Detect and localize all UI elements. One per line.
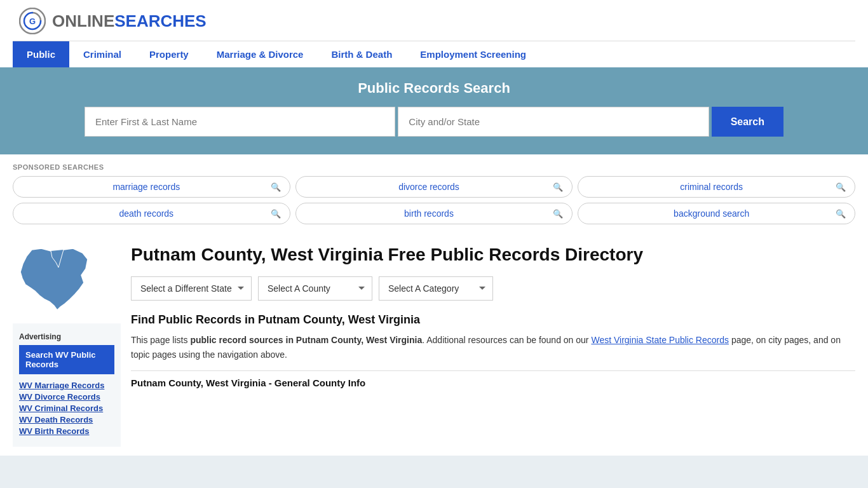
hero-section: Public Records Search Search bbox=[0, 67, 868, 154]
nav-item-marriage-divorce[interactable]: Marriage & Divorce bbox=[203, 41, 318, 67]
sponsored-item-birth[interactable]: birth records 🔍 bbox=[295, 203, 573, 224]
search-icon-birth: 🔍 bbox=[553, 209, 563, 219]
sponsored-item-marriage[interactable]: marriage records 🔍 bbox=[13, 176, 290, 198]
header: G ONLINE SEARCHES Public Criminal Proper… bbox=[0, 0, 868, 67]
logo-online-text: ONLINE bbox=[52, 11, 114, 31]
sponsored-label: SPONSORED SEARCHES bbox=[13, 163, 855, 171]
sidebar-link-birth[interactable]: WV Birth Records bbox=[19, 426, 114, 436]
dropdowns-row: Select a Different State Select A County… bbox=[131, 276, 855, 301]
sidebar-link-criminal[interactable]: WV Criminal Records bbox=[19, 403, 114, 413]
logo-text: ONLINE SEARCHES bbox=[52, 11, 207, 31]
sponsored-item-criminal[interactable]: criminal records 🔍 bbox=[578, 176, 855, 198]
sponsored-background-text: background search bbox=[587, 208, 836, 219]
sponsored-grid: marriage records 🔍 divorce records 🔍 cri… bbox=[13, 176, 855, 224]
sub-heading: Putnam County, West Virginia - General C… bbox=[131, 377, 855, 388]
search-icon-background: 🔍 bbox=[836, 209, 846, 219]
sidebar: Advertising Search WV Public Records WV … bbox=[13, 323, 121, 447]
page-wrapper: G ONLINE SEARCHES Public Criminal Proper… bbox=[0, 0, 868, 456]
nav-item-property[interactable]: Property bbox=[135, 41, 203, 67]
state-records-link[interactable]: West Virginia State Public Records bbox=[591, 335, 729, 345]
content-body: Advertising Search WV Public Records WV … bbox=[13, 237, 855, 447]
sidebar-link-death[interactable]: WV Death Records bbox=[19, 415, 114, 424]
sponsored-divorce-text: divorce records bbox=[305, 182, 553, 192]
description-text: This page lists public record sources in… bbox=[131, 333, 855, 362]
name-input[interactable] bbox=[85, 107, 395, 137]
sidebar-link-marriage[interactable]: WV Marriage Records bbox=[19, 381, 114, 390]
nav-item-birth-death[interactable]: Birth & Death bbox=[317, 41, 406, 67]
map-sidebar-container: Advertising Search WV Public Records WV … bbox=[13, 237, 121, 447]
section-heading: Find Public Records in Putnam County, We… bbox=[131, 313, 855, 327]
sponsored-criminal-text: criminal records bbox=[587, 182, 836, 192]
state-dropdown[interactable]: Select a Different State bbox=[131, 276, 252, 301]
main-area: SPONSORED SEARCHES marriage records 🔍 di… bbox=[0, 154, 868, 456]
sidebar-ad-box[interactable]: Search WV Public Records bbox=[19, 345, 114, 374]
svg-text:G: G bbox=[29, 17, 36, 26]
main-nav: Public Criminal Property Marriage & Divo… bbox=[13, 41, 855, 67]
sponsored-item-divorce[interactable]: divorce records 🔍 bbox=[295, 176, 573, 198]
category-dropdown[interactable]: Select A Category bbox=[379, 276, 493, 301]
search-bar: Search bbox=[85, 107, 783, 137]
sponsored-item-death[interactable]: death records 🔍 bbox=[13, 203, 290, 224]
content-text: Putnam County, West Virginia Free Public… bbox=[131, 237, 855, 447]
sidebar-link-divorce[interactable]: WV Divorce Records bbox=[19, 392, 114, 402]
city-input[interactable] bbox=[398, 107, 709, 137]
desc-bold: public record sources in Putnam County, … bbox=[190, 335, 422, 345]
search-icon-death: 🔍 bbox=[271, 209, 281, 219]
page-heading: Putnam County, West Virginia Free Public… bbox=[131, 243, 855, 266]
search-icon-marriage: 🔍 bbox=[271, 182, 281, 192]
logo-icon: G bbox=[19, 8, 46, 34]
sponsored-item-background[interactable]: background search 🔍 bbox=[578, 203, 855, 224]
nav-item-employment[interactable]: Employment Screening bbox=[406, 41, 540, 67]
nav-item-criminal[interactable]: Criminal bbox=[69, 41, 135, 67]
sponsored-death-text: death records bbox=[22, 208, 271, 219]
county-dropdown[interactable]: Select A County bbox=[258, 276, 372, 301]
content-area: SPONSORED SEARCHES marriage records 🔍 di… bbox=[0, 154, 868, 456]
search-button[interactable]: Search bbox=[712, 107, 783, 137]
divider bbox=[131, 370, 855, 371]
search-icon-criminal: 🔍 bbox=[836, 182, 846, 192]
logo-searches-text: SEARCHES bbox=[114, 11, 206, 31]
sponsored-birth-text: birth records bbox=[305, 208, 553, 219]
logo-area: G ONLINE SEARCHES bbox=[13, 8, 855, 34]
sponsored-marriage-text: marriage records bbox=[22, 182, 271, 192]
search-icon-divorce: 🔍 bbox=[553, 182, 563, 192]
wv-map bbox=[13, 243, 102, 320]
hero-title: Public Records Search bbox=[19, 80, 849, 97]
sidebar-ad-label: Advertising bbox=[19, 332, 114, 341]
nav-item-public[interactable]: Public bbox=[13, 41, 69, 67]
